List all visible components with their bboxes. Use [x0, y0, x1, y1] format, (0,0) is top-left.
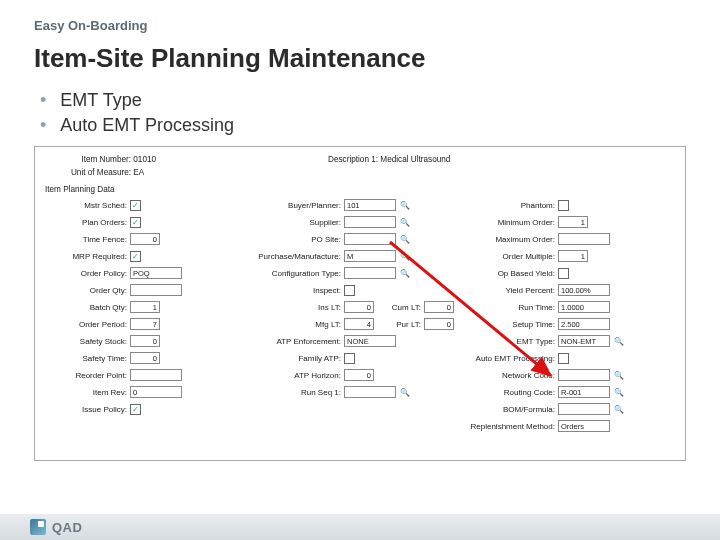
text-field[interactable] — [558, 233, 610, 245]
form-row: Run Seq 1:🔍 — [255, 385, 465, 399]
text-field[interactable]: 100.00% — [558, 284, 610, 296]
checkbox[interactable] — [558, 200, 569, 211]
lookup-field[interactable] — [344, 267, 396, 279]
form-row: Op Based Yield: — [469, 266, 679, 280]
lookup-icon[interactable]: 🔍 — [399, 251, 410, 262]
lookup-icon[interactable]: 🔍 — [399, 387, 410, 398]
lookup-icon[interactable]: 🔍 — [613, 387, 624, 398]
checkbox[interactable] — [558, 268, 569, 279]
bullet-item: Auto EMT Processing — [34, 115, 686, 136]
form-row: PO Site:🔍 — [255, 232, 465, 246]
lookup-icon[interactable]: 🔍 — [613, 336, 624, 347]
form-row: Minimum Order:1 — [469, 215, 679, 229]
form-column-2: Buyer/Planner:101🔍Supplier:🔍PO Site:🔍Pur… — [255, 198, 465, 433]
number-field[interactable]: 0 — [130, 352, 160, 364]
number-field[interactable]: 0 — [424, 301, 454, 313]
field-label: Buyer/Planner: — [255, 201, 341, 210]
form-row: Purchase/Manufacture:M🔍 — [255, 249, 465, 263]
field-label: Safety Stock: — [41, 337, 127, 346]
number-field[interactable]: 1 — [130, 301, 160, 313]
checkbox[interactable]: ✓ — [130, 200, 141, 211]
number-field[interactable]: 0 — [130, 335, 160, 347]
form-row: Ins LT:0Cum LT:0 — [255, 300, 465, 314]
text-field[interactable]: POQ — [130, 267, 182, 279]
checkbox[interactable] — [344, 353, 355, 364]
field-label: Yield Percent: — [469, 286, 555, 295]
field-label: Routing Code: — [469, 388, 555, 397]
number-field[interactable]: 1 — [558, 250, 588, 262]
field-label: Plan Orders: — [41, 218, 127, 227]
lookup-field[interactable]: 101 — [344, 199, 396, 211]
item-number-label: Item Number: — [45, 155, 131, 164]
checkbox[interactable]: ✓ — [130, 251, 141, 262]
field-label: Setup Time: — [469, 320, 555, 329]
form-row: ATP Horizon:0 — [255, 368, 465, 382]
lookup-field[interactable] — [344, 216, 396, 228]
lookup-field[interactable]: M — [344, 250, 396, 262]
lookup-field[interactable]: NON-EMT — [558, 335, 610, 347]
field-label: Auto EMT Processing: — [469, 354, 555, 363]
checkbox[interactable] — [344, 285, 355, 296]
form-row: Plan Orders:✓ — [41, 215, 251, 229]
field-label: Minimum Order: — [469, 218, 555, 227]
checkbox[interactable]: ✓ — [130, 217, 141, 228]
lookup-icon[interactable]: 🔍 — [399, 200, 410, 211]
field-label: Reorder Point: — [41, 371, 127, 380]
number-field[interactable]: 0 — [344, 369, 374, 381]
field-label: Order Period: — [41, 320, 127, 329]
form-row: MRP Required:✓ — [41, 249, 251, 263]
lookup-field[interactable] — [558, 403, 610, 415]
field-label: Pur LT: — [377, 320, 421, 329]
number-field[interactable]: 0 — [424, 318, 454, 330]
number-field[interactable]: 0 — [344, 301, 374, 313]
description-label: Description 1: — [292, 155, 378, 164]
form-row: Order Qty: — [41, 283, 251, 297]
form-row: Network Code:🔍 — [469, 368, 679, 382]
checkbox[interactable]: ✓ — [130, 404, 141, 415]
form-row: Phantom: — [469, 198, 679, 212]
lookup-icon[interactable]: 🔍 — [399, 217, 410, 228]
slide-title: Item-Site Planning Maintenance — [34, 43, 686, 74]
text-field[interactable] — [130, 284, 182, 296]
checkbox[interactable] — [558, 353, 569, 364]
field-label: ATP Enforcement: — [255, 337, 341, 346]
field-label: Phantom: — [469, 201, 555, 210]
field-label: Ins LT: — [255, 303, 341, 312]
lookup-icon[interactable]: 🔍 — [399, 268, 410, 279]
text-field[interactable]: 1.0000 — [558, 301, 610, 313]
form-column-1: Mstr Sched:✓Plan Orders:✓Time Fence:0MRP… — [41, 198, 251, 433]
bullet-list: EMT Type Auto EMT Processing — [0, 74, 720, 136]
bullet-item: EMT Type — [34, 90, 686, 111]
text-field[interactable]: Orders — [558, 420, 610, 432]
form-row: Order Policy:POQ — [41, 266, 251, 280]
number-field[interactable]: 7 — [130, 318, 160, 330]
lookup-icon[interactable]: 🔍 — [613, 370, 624, 381]
field-label: Run Seq 1: — [255, 388, 341, 397]
lookup-field[interactable] — [344, 233, 396, 245]
form-row: Batch Qty:1 — [41, 300, 251, 314]
number-field[interactable]: 0 — [130, 233, 160, 245]
text-field[interactable]: 2.500 — [558, 318, 610, 330]
form-row: Inspect: — [255, 283, 465, 297]
field-label: EMT Type: — [469, 337, 555, 346]
footer-bar: QAD — [0, 514, 720, 540]
lookup-field[interactable]: R-001 — [558, 386, 610, 398]
lookup-field[interactable] — [558, 369, 610, 381]
form-row: Auto EMT Processing: — [469, 351, 679, 365]
field-label: BOM/Formula: — [469, 405, 555, 414]
form-row: Item Rev:0 — [41, 385, 251, 399]
lookup-field[interactable] — [344, 386, 396, 398]
number-field[interactable]: 1 — [558, 216, 588, 228]
text-field[interactable]: 0 — [130, 386, 182, 398]
number-field[interactable]: 4 — [344, 318, 374, 330]
lookup-icon[interactable]: 🔍 — [613, 404, 624, 415]
text-field[interactable]: NONE — [344, 335, 396, 347]
lookup-icon[interactable]: 🔍 — [399, 234, 410, 245]
field-label: Maximum Order: — [469, 235, 555, 244]
form-row: Order Period:7 — [41, 317, 251, 331]
description-value: Medical Ultrasound — [380, 155, 450, 164]
field-label: Issue Policy: — [41, 405, 127, 414]
text-field[interactable] — [130, 369, 182, 381]
field-label: ATP Horizon: — [255, 371, 341, 380]
field-label: Purchase/Manufacture: — [255, 252, 341, 261]
